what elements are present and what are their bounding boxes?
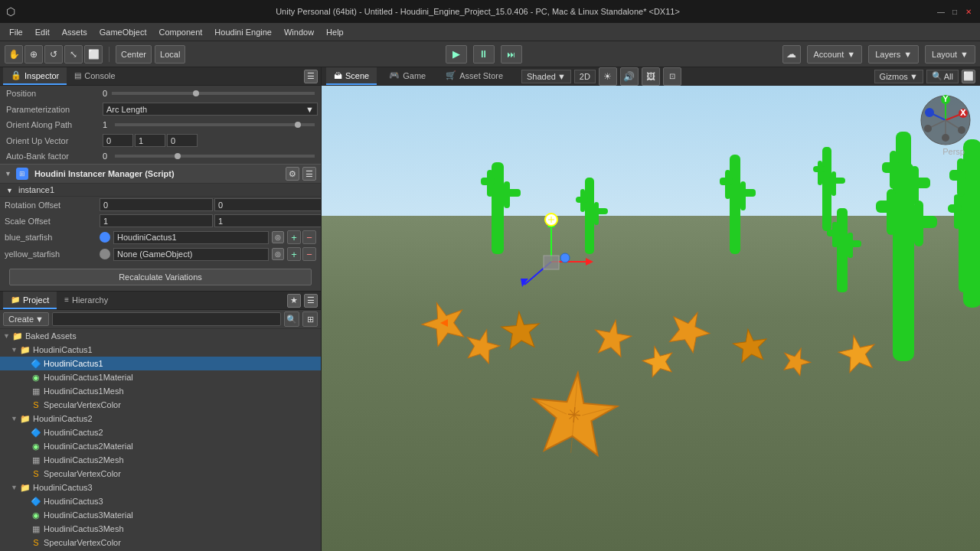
scale-tool-button[interactable]: ⤡	[64, 45, 83, 64]
tree-houdini-cactus3-mesh[interactable]: 🔷 HoudiniCactus3	[0, 494, 321, 508]
tree-houdini-cactus2-material[interactable]: ◉ HoudiniCactus2Material	[0, 439, 321, 453]
move-tool-button[interactable]: ⊕	[24, 45, 43, 64]
menu-houdini-engine[interactable]: Houdini Engine	[208, 26, 278, 38]
navigation-gizmo[interactable]: Y X X	[919, 93, 972, 147]
menu-help[interactable]: Help	[320, 26, 350, 38]
bottom-options-icon[interactable]: ☰	[304, 294, 318, 308]
search-icon-btn[interactable]: 🔍	[284, 311, 299, 327]
tree-houdini-cactus2-mesh2[interactable]: ▦ HoudiniCactus2Mesh	[0, 453, 321, 467]
yellow-starfish-input[interactable]	[113, 248, 269, 261]
orient-slider-track[interactable]	[115, 123, 315, 126]
tree-houdini-cactus1-material[interactable]: ◉ HoudiniCactus1Material	[0, 370, 321, 384]
tab-console[interactable]: ▤ Console	[67, 67, 122, 85]
maximize-button[interactable]: □	[949, 6, 960, 17]
tab-asset-store[interactable]: 🛒 Asset Store	[438, 67, 511, 85]
all-dropdown[interactable]: 🔍 All	[926, 70, 959, 83]
tab-game[interactable]: 🎮 Game	[381, 67, 433, 85]
step-button[interactable]: ⏭	[501, 45, 522, 64]
rotate-tool-button[interactable]: ↺	[44, 45, 63, 64]
position-slider-track[interactable]	[112, 92, 315, 95]
menu-edit[interactable]: Edit	[29, 26, 56, 38]
tab-inspector[interactable]: 🔒 Inspector	[3, 67, 67, 85]
project-search-input[interactable]	[52, 312, 281, 326]
blue-starfish-remove[interactable]: −	[302, 230, 316, 244]
close-button[interactable]: ✕	[963, 6, 974, 17]
create-button[interactable]: Create ▼	[3, 312, 49, 326]
tab-scene[interactable]: 🏔 Scene	[326, 67, 377, 85]
folder-icon: 📁	[11, 295, 20, 304]
tree-houdini-cactus2-mesh[interactable]: 🔷 HoudiniCactus2	[0, 425, 321, 439]
panel-options-button[interactable]: ☰	[304, 70, 318, 83]
scale-offset-label: Scale Offset	[5, 217, 96, 226]
orient-up-z-input[interactable]	[167, 134, 198, 147]
orient-up-x-input[interactable]	[103, 134, 133, 147]
menu-assets[interactable]: Assets	[56, 26, 93, 38]
rotation-offset-x[interactable]	[100, 198, 213, 211]
tree-houdini-cactus1-folder[interactable]: ▼ 📁 HoudiniCactus1	[0, 343, 321, 357]
shaded-dropdown[interactable]: Shaded ▼	[521, 70, 571, 83]
spec3-icon: S	[31, 537, 41, 548]
play-button[interactable]: ▶	[446, 45, 467, 64]
rect-tool-button[interactable]: ⬜	[84, 45, 103, 64]
blue-starfish-add[interactable]: +	[287, 230, 301, 244]
yellow-starfish-remove[interactable]: −	[302, 247, 316, 261]
blue-starfish-input[interactable]	[113, 231, 269, 244]
tree-specular-vertex-color-1[interactable]: S SpecularVertexColor	[0, 398, 321, 412]
tree-houdini-cactus3-mesh2[interactable]: ▦ HoudiniCactus3Mesh	[0, 522, 321, 536]
overflow-menu-icon[interactable]: ☰	[302, 167, 316, 181]
hierarchy-tab-label: Hierarchy	[72, 295, 108, 305]
cactus1-mesh-label: HoudiniCactus1	[44, 359, 318, 368]
layout-dropdown[interactable]: Layout ▼	[925, 45, 975, 64]
yellow-starfish-add[interactable]: +	[287, 247, 301, 261]
menu-window[interactable]: Window	[278, 26, 320, 38]
autobank-slider-track[interactable]	[115, 155, 315, 158]
cloud-button[interactable]: ☁	[782, 45, 801, 64]
2d-button[interactable]: 2D	[574, 70, 596, 83]
scale-offset-x[interactable]	[100, 214, 213, 227]
tree-houdini-cactus3-folder[interactable]: ▼ 📁 HoudiniCactus3	[0, 481, 321, 494]
rotation-offset-y[interactable]	[214, 198, 321, 211]
blue-starfish-target[interactable]: ◎	[272, 231, 284, 243]
script-icon: ⊞	[16, 168, 28, 180]
orient-up-y-input[interactable]	[135, 134, 165, 147]
menu-gameobject[interactable]: GameObject	[93, 26, 153, 38]
tree-specular-vertex-color-3[interactable]: S SpecularVertexColor	[0, 536, 321, 549]
cactus1-mat-icon: ◉	[31, 372, 41, 383]
position-value: 0	[103, 89, 318, 98]
layers-dropdown[interactable]: Layers ▼	[868, 45, 919, 64]
scene-maximize-icon[interactable]: ⬜	[962, 70, 975, 83]
tab-project[interactable]: 📁 Project	[3, 292, 57, 309]
center-button[interactable]: Center	[116, 45, 152, 64]
tree-houdini-cactus2-folder[interactable]: ▼ 📁 HoudiniCactus2	[0, 412, 321, 425]
parameterization-dropdown[interactable]: Arc Length ▼	[103, 103, 318, 116]
tree-houdini-cactus1-mesh2[interactable]: ▦ HoudiniCactus1Mesh	[0, 384, 321, 398]
account-dropdown[interactable]: Account ▼	[807, 45, 863, 64]
tree-houdini-cactus3-material[interactable]: ◉ HoudiniCactus3Material	[0, 508, 321, 522]
center-label: Center	[121, 50, 146, 59]
scene-audio-icon[interactable]: 🔊	[620, 67, 639, 86]
houdini-instancer-section-header[interactable]: ▼ ⊞ Houdini Instancer Manager (Script) ⚙…	[0, 164, 321, 184]
window-controls: — □ ✕	[936, 6, 974, 17]
tree-baked-assets[interactable]: ▼ 📁 Baked Assets	[0, 329, 321, 343]
menu-file[interactable]: File	[3, 26, 29, 38]
bottom-favorites-icon[interactable]: ★	[287, 294, 301, 308]
gizmos-dropdown[interactable]: Gizmos ▼	[874, 70, 923, 83]
scene-effects-icon[interactable]: 🖼	[642, 67, 660, 86]
layers-label: Layers	[875, 50, 900, 59]
local-button[interactable]: Local	[155, 45, 185, 64]
minimize-button[interactable]: —	[936, 6, 946, 17]
scene-hidden-icon[interactable]: ⊡	[663, 67, 681, 86]
pause-button[interactable]: ⏸	[473, 45, 495, 64]
scene-viewport[interactable]: Y X X	[322, 86, 980, 551]
sort-icon-btn[interactable]: ⊞	[302, 311, 318, 327]
tab-hierarchy[interactable]: ≡ Hierarchy	[57, 292, 116, 309]
settings-icon[interactable]: ⚙	[286, 167, 299, 181]
tree-houdini-cactus1-mesh[interactable]: 🔷 HoudiniCactus1	[0, 357, 321, 370]
hand-tool-button[interactable]: ✋	[5, 45, 23, 64]
tree-specular-vertex-color-2[interactable]: S SpecularVertexColor	[0, 467, 321, 481]
yellow-starfish-target[interactable]: ◎	[272, 248, 284, 260]
scale-offset-y[interactable]	[214, 214, 321, 227]
recalculate-button[interactable]: Recalculate Variations	[9, 269, 312, 285]
scene-lighting-icon[interactable]: ☀	[599, 67, 617, 86]
menu-component[interactable]: Component	[152, 26, 208, 38]
